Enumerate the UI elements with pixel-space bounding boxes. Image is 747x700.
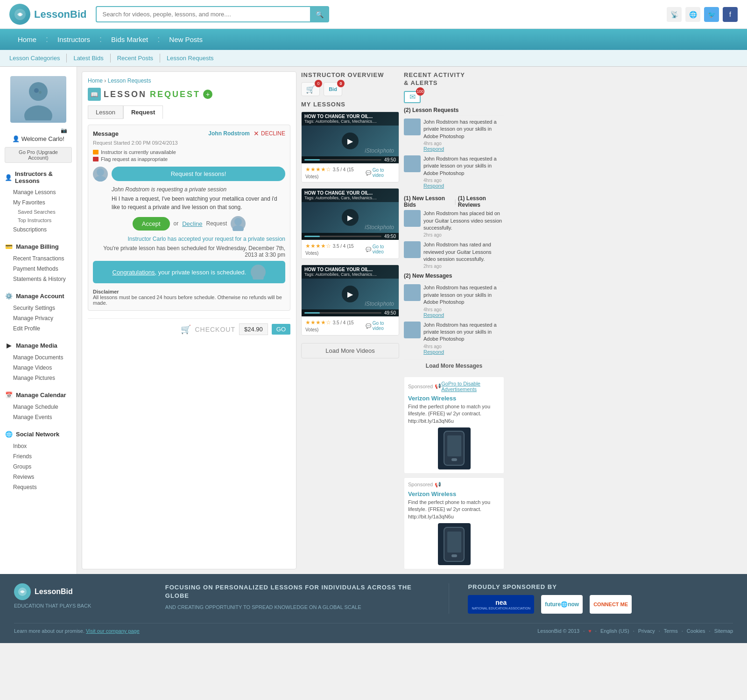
msg-item-2: John Rodstrom has requested a private le…	[404, 322, 504, 355]
subnav-recent-posts[interactable]: Recent Posts	[111, 54, 160, 63]
go-video-button-1[interactable]: 💬 Go to video	[366, 168, 395, 178]
cart-action-icon[interactable]: 🛒 0	[301, 82, 320, 96]
sidebar-item-edit-profile[interactable]: Edit Profile	[0, 323, 77, 334]
footer-language[interactable]: English (US)	[600, 628, 629, 634]
subnav-lesson-requests[interactable]: Lesson Requests	[160, 54, 220, 63]
go-pro-button[interactable]: Go Pro (Upgrade Account)	[5, 147, 72, 163]
sidebar-item-pictures[interactable]: Manage Pictures	[0, 373, 77, 383]
bids-item-1: John Rodstrom has placed bid on your Gui…	[404, 210, 504, 238]
subnav-lesson-categories[interactable]: Lesson Categories	[9, 54, 67, 63]
sidebar-sub-top-instructors[interactable]: Top Instructors	[0, 216, 77, 224]
nav-home[interactable]: Home	[9, 29, 45, 50]
nav-bar: Home : Instructors : Bids Market : New P…	[0, 29, 747, 50]
sidebar-item-events[interactable]: Manage Events	[0, 412, 77, 422]
sidebar-item-reviews[interactable]: Reviews	[0, 472, 77, 482]
cart-icon: 🛒	[181, 324, 191, 335]
footer-visit-link[interactable]: Visit our company page	[86, 628, 140, 634]
cart-action: 🛒 0	[301, 82, 320, 96]
accept-button[interactable]: Accept	[133, 217, 170, 231]
msg-time-1: 4hrs ago	[423, 307, 504, 312]
nav-bids-market[interactable]: Bids Market	[103, 29, 156, 50]
lesson-requests-title: (2) Lesson Requests	[404, 107, 504, 116]
sidebar-item-manage-lessons[interactable]: Manage Lessons	[0, 187, 77, 197]
svg-point-21	[406, 294, 418, 301]
sidebar-item-security[interactable]: Security Settings	[0, 303, 77, 313]
footer-sitemap[interactable]: Sitemap	[714, 628, 733, 634]
facebook-icon[interactable]: f	[723, 7, 738, 22]
sidebar-item-my-favorites[interactable]: My Favorites	[0, 197, 77, 208]
respond-link-2[interactable]: Respond	[423, 183, 504, 189]
footer: LessonBid EDUCATION THAT PLAYS BACK FOCU…	[0, 574, 747, 643]
sidebar-item-statements[interactable]: Statements & History	[0, 274, 77, 284]
svg-point-10	[254, 266, 262, 274]
bids-text-1: John Rodstrom has placed bid on your Gui…	[423, 210, 504, 231]
play-button-3[interactable]: ▶	[342, 286, 359, 302]
sidebar-item-videos[interactable]: Manage Videos	[0, 363, 77, 373]
footer-terms[interactable]: Terms	[664, 628, 678, 634]
gopro-disable-link-1[interactable]: GoPro to Disable Advertisements	[441, 381, 500, 392]
search-bar: 🔍	[96, 6, 329, 22]
sponsor2-text: Find the perfect phone to match you life…	[408, 499, 500, 520]
nav-new-posts[interactable]: New Posts	[161, 29, 211, 50]
lesson-requests-section: (2) Lesson Requests John Rodstrom has re…	[404, 107, 504, 189]
sidebar-item-friends[interactable]: Friends	[0, 451, 77, 462]
instructor-overview-title: INSTRUCTOR OVERVIEW	[301, 71, 399, 78]
rss-icon[interactable]: 📡	[667, 7, 682, 22]
respond-link-1[interactable]: Respond	[423, 146, 504, 152]
play-button-1[interactable]: ▶	[342, 133, 359, 149]
go-video-button-2[interactable]: 💬 Go to video	[366, 244, 395, 254]
cart-badge: 0	[315, 80, 322, 87]
load-more-messages[interactable]: Load More Messages	[404, 359, 504, 372]
msg-respond-1[interactable]: Respond	[423, 312, 504, 318]
tab-request[interactable]: Request	[123, 105, 163, 119]
decline-button[interactable]: ✕ DECLINE	[254, 130, 285, 137]
sidebar-section-billing-header: 💳 Manage Billing	[0, 239, 77, 253]
footer-cookies[interactable]: Cookies	[687, 628, 705, 634]
msg-respond-2[interactable]: Respond	[423, 349, 504, 355]
sidebar-item-privacy[interactable]: Manage Privacy	[0, 313, 77, 323]
sponsor1-image	[438, 427, 471, 469]
footer-logo-icon	[14, 583, 31, 600]
search-button[interactable]: 🔍	[310, 6, 329, 22]
sidebar-item-inbox[interactable]: Inbox	[0, 441, 77, 451]
msg-text-2: John Rodstrom has requested a private le…	[423, 322, 504, 343]
footer-slogan: EDUCATION THAT PLAYS BACK	[14, 603, 147, 609]
sponsor1-name: Verizon Wireless	[408, 395, 500, 402]
stars-3: ★★★★☆	[305, 319, 331, 326]
go-button[interactable]: GO	[272, 324, 290, 335]
lesson-panel: Home › Lesson Requests 📖 LESSON REQUEST …	[82, 71, 296, 569]
sidebar-item-recent-transactions[interactable]: Recent Transactions	[0, 253, 77, 264]
sidebar-item-documents[interactable]: Manage Documents	[0, 352, 77, 363]
checkout-bar: 🛒 CHECKOUT $24.90 GO	[88, 318, 290, 335]
futurenow-logo: future🌐now	[541, 595, 583, 614]
sidebar-item-groups[interactable]: Groups	[0, 462, 77, 472]
sidebar-item-schedule[interactable]: Manage Schedule	[0, 402, 77, 412]
decline-link[interactable]: Decline	[182, 220, 202, 227]
sidebar-sub-saved-searches[interactable]: Saved Searches	[0, 208, 77, 216]
nav-instructors[interactable]: Instructors	[49, 29, 99, 50]
breadcrumb-home[interactable]: Home	[88, 77, 103, 84]
load-more-videos-button[interactable]: Load More Videos	[301, 343, 399, 358]
breadcrumb-lesson-requests[interactable]: Lesson Requests	[108, 77, 151, 84]
footer-privacy[interactable]: Privacy	[638, 628, 655, 634]
play-button-2[interactable]: ▶	[342, 209, 359, 226]
price-display: $24.90	[239, 323, 268, 335]
sidebar-item-subscriptions[interactable]: Subscriptions	[0, 224, 77, 235]
sidebar-item-requests[interactable]: Requests	[0, 482, 77, 492]
message-header: Message John Rodstrom ✕ DECLINE	[93, 130, 285, 137]
logo-icon	[9, 4, 30, 25]
subnav-latest-bids[interactable]: Latest Bids	[67, 54, 110, 63]
video-info-1: ★★★★☆ 3.5 / 4 (15 Votes) 💬 Go to video	[302, 163, 399, 182]
scheduled-note: You're private lesson has been scheduled…	[93, 245, 285, 258]
sidebar-item-payment-methods[interactable]: Payment Methods	[0, 264, 77, 274]
search-input[interactable]	[96, 6, 310, 22]
video-thumb-1: HOW TO CHANGE YOUR OIL... Tags: Automobi…	[302, 112, 399, 163]
video-card-1: HOW TO CHANGE YOUR OIL... Tags: Automobi…	[301, 112, 399, 182]
go-video-button-3[interactable]: 💬 Go to video	[366, 321, 395, 331]
video-card-2: HOW TO CHANGE YOUR OIL... Tags: Automobi…	[301, 188, 399, 259]
tab-lesson[interactable]: Lesson	[88, 105, 123, 119]
globe-icon[interactable]: 🌐	[685, 7, 700, 22]
twitter-icon[interactable]: 🐦	[704, 7, 719, 22]
add-lesson-button[interactable]: +	[203, 90, 212, 99]
bid-action-icon[interactable]: Bid 0	[324, 82, 342, 96]
